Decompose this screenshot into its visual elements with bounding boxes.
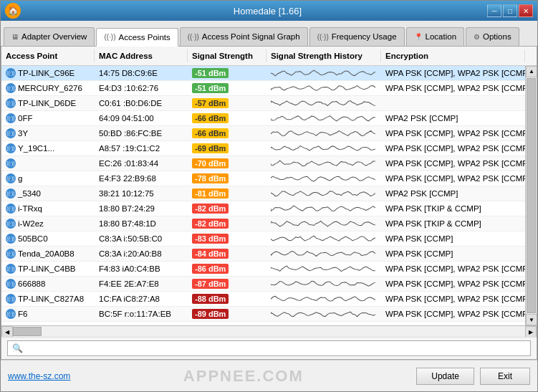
table-row[interactable]: ((·)) F6 BC:5F r:o:11:7A:EB -89 dBm WPA … (1, 307, 525, 322)
signal-badge: -51 dBm (192, 83, 229, 93)
table-body[interactable]: ((·)) TP-LINK_C96E 14:75 D8:C9:6E -51 dB… (1, 66, 525, 325)
ap-name: 505BC0 (18, 234, 48, 243)
scroll-up-arrow[interactable]: ▲ (526, 66, 537, 77)
table-row[interactable]: ((·)) Tenda_20A0B8 C8:3A i:20:A0:B8 -84 … (1, 247, 525, 262)
cell-ap: ((·)) g (1, 171, 95, 186)
adapter-icon: 🖥 (11, 33, 19, 41)
table-row[interactable]: ((·)) 0FF 64:09 04:51:00 -66 dBm WPA2 PS… (1, 111, 525, 126)
cell-mac: 1C:FA iC8:27:A8 (95, 292, 188, 306)
cell-ap: ((·)) TP-LINK_C96E (1, 66, 95, 80)
mac-address: 18:80 B7:24:29 (99, 204, 155, 213)
mac-address: F4:EE 2E:A7:E8 (99, 279, 159, 288)
table-row[interactable]: ((·)) _5340 38:21 10:12:75 -81 dBm WPA2 … (1, 186, 525, 201)
encryption-text: WPA PSK [CCMP], WPA2 PSK [CCMP] (385, 174, 525, 183)
cell-signal: -51 dBm (188, 66, 266, 80)
table-row[interactable]: ((·)) Y_19C1... A8:57 :19:C1:C2 -69 dBm … (1, 141, 525, 156)
table-row[interactable]: ((·)) TP-LINK_D6DE C0:61 :B0:D6:DE -57 d… (1, 96, 525, 111)
ap-wifi-icon: ((·)) (6, 83, 16, 93)
horiz-scroll-track (42, 326, 525, 337)
cell-ap: ((·)) TP-LINK_D6DE (1, 96, 95, 110)
cell-signal: -51 dBm (188, 81, 266, 95)
ap-name: TP-LINK_C4BB (18, 264, 76, 273)
cell-mac: 18:80 B7:24:29 (95, 201, 188, 216)
table-row[interactable]: ((·)) MERCURY_6276 E4:D3 :10:62:76 -51 d… (1, 81, 525, 96)
signal-badge: -86 dBm (192, 264, 229, 274)
watermark: APPNEE.COM (183, 367, 304, 386)
signal-graph-icon: ((·)) (188, 33, 199, 41)
cell-encryption: WPA PSK [CCMP], WPA2 PSK [CCMP] (381, 277, 525, 291)
mac-address: 50:BD :86:FC:BE (99, 129, 162, 138)
vertical-scrollbar[interactable]: ▲ ▼ (525, 66, 537, 325)
cell-encryption: WPA PSK [CCMP], WPA2 PSK [CCMP] (381, 292, 525, 306)
mac-address: F4:83 iA0:C4:BB (99, 264, 160, 273)
ap-wifi-icon: ((·)) (6, 264, 16, 274)
table-row[interactable]: ((·)) g E4:F3 22:B9:68 -78 dBm WPA PSK [… (1, 171, 525, 186)
tab-frequency-usage[interactable]: ((·)) Frequency Usage (309, 27, 405, 46)
cell-history (266, 201, 381, 216)
horiz-scroll-thumb[interactable] (13, 327, 42, 336)
horizontal-scrollbar[interactable]: ◀ ▶ (1, 325, 537, 337)
search-input[interactable] (26, 343, 526, 353)
table-row[interactable]: ((·)) 505BC0 C8:3A i:50:5B:C0 -83 dBm WP… (1, 231, 525, 247)
ap-wifi-icon: ((·)) (6, 249, 16, 259)
scroll-left-arrow[interactable]: ◀ (1, 326, 13, 337)
cell-history (266, 156, 381, 171)
ap-wifi-icon: ((·)) (6, 128, 16, 138)
tab-ap-signal-graph[interactable]: ((·)) Access Point Signal Graph (180, 27, 308, 46)
ap-wifi-icon: ((·)) (6, 158, 16, 168)
signal-badge: -82 dBm (192, 204, 229, 214)
signal-history-wave (271, 293, 377, 305)
cell-history (266, 66, 381, 80)
cell-ap: ((·)) 3Y (1, 126, 95, 140)
mac-address: C8:3A i:20:A0:B8 (99, 249, 162, 258)
signal-history-wave (271, 263, 377, 274)
close-button[interactable]: ✕ (519, 4, 533, 17)
ap-wifi-icon: ((·)) (6, 204, 16, 214)
cell-encryption: WPA PSK [TKIP & CCMP] (381, 216, 525, 231)
cell-history (266, 231, 381, 246)
tab-options[interactable]: ⚙ Options (466, 27, 519, 46)
encryption-text: WPA PSK [TKIP & CCMP] (385, 204, 481, 213)
tab-location[interactable]: 📍 Location (406, 27, 464, 46)
cell-signal: -82 dBm (188, 201, 266, 216)
table-row[interactable]: ((·)) TP-LINK_C4BB F4:83 iA0:C4:BB -86 d… (1, 262, 525, 277)
ap-wifi-icon: ((·)) (6, 219, 16, 229)
exit-button[interactable]: Exit (480, 368, 530, 385)
signal-badge: -89 dBm (192, 309, 229, 319)
scroll-right-arrow[interactable]: ▶ (525, 326, 537, 337)
signal-badge: -83 dBm (192, 234, 229, 244)
cell-ap: ((·)) Y_19C1... (1, 141, 95, 156)
scroll-down-arrow[interactable]: ▼ (526, 314, 537, 325)
cell-history (266, 81, 381, 95)
cell-mac: F4:EE 2E:A7:E8 (95, 277, 188, 291)
cell-encryption: WPA PSK [CCMP], WPA2 PSK [CCMP] (381, 171, 525, 186)
table-row[interactable]: ((·)) 3Y 50:BD :86:FC:BE -66 dBm WPA PSK… (1, 126, 525, 141)
ap-name: TP-LINK_C96E (18, 69, 75, 77)
ap-name: Y_19C1... (18, 144, 54, 153)
tab-access-points[interactable]: ((·)) Access Points (96, 28, 178, 47)
table-row[interactable]: ((·)) TP-LINK_C96E 14:75 D8:C9:6E -51 dB… (1, 66, 525, 81)
website-link[interactable]: www.the-sz.com (8, 371, 70, 381)
update-button[interactable]: Update (416, 368, 474, 385)
ap-name: 666888 (18, 279, 45, 288)
table-row[interactable]: ((·)) i-TRxq 18:80 B7:24:29 -82 dBm WPA … (1, 201, 525, 216)
encryption-text: WPA PSK [CCMP] (385, 234, 453, 243)
tab-adapter-overview[interactable]: 🖥 Adapter Overview (4, 27, 95, 46)
encryption-text: WPA2 PSK [CCMP] (385, 114, 458, 123)
cell-signal: -89 dBm (188, 307, 266, 321)
frequency-icon: ((·)) (317, 33, 329, 41)
table-row[interactable]: ((·)) 666888 F4:EE 2E:A7:E8 -87 dBm WPA … (1, 277, 525, 292)
table-row[interactable]: ((·)) EC:26 :01:83:44 -70 dBm WPA PSK [C… (1, 156, 525, 171)
table-row[interactable]: ((·)) TP-LINK_C827A8 1C:FA iC8:27:A8 -88… (1, 292, 525, 307)
cell-ap: ((·)) Tenda_20A0B8 (1, 247, 95, 261)
ap-wifi-icon: ((·)) (6, 309, 16, 319)
scroll-thumb[interactable] (527, 78, 536, 313)
col-header-mac: MAC Address (95, 49, 188, 62)
table-row[interactable]: ((·)) i-W2ez 18:80 B7:48:1D -82 dBm WPA … (1, 216, 525, 231)
maximize-button[interactable]: □ (503, 4, 517, 17)
app-window: 🏠 Homedale [1.66] ─ □ ✕ 🖥 Adapter Overvi… (0, 0, 538, 392)
ap-name: F6 (18, 310, 27, 318)
minimize-button[interactable]: ─ (487, 4, 501, 17)
cell-history (266, 111, 381, 125)
mac-address: E4:F3 22:B9:68 (99, 174, 156, 183)
